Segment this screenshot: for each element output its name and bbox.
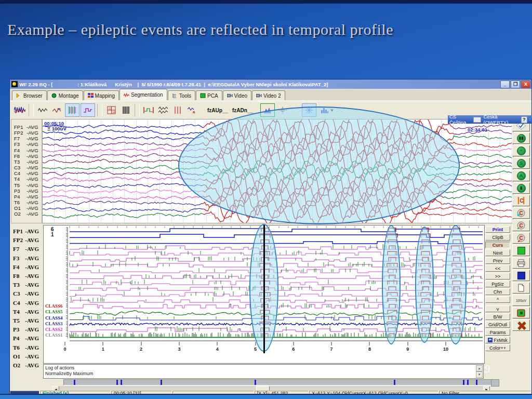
keyboard-layout-label[interactable]: Česká (QWERTY) <box>483 114 518 125</box>
window-titlebar[interactable]: WF 2.29 BQ - [ : 1:Klátiková Kristýn | 5… <box>10 79 531 89</box>
waveform-overview-button[interactable] <box>13 104 26 116</box>
profile-button--[interactable]: ^ <box>485 296 510 303</box>
blue-square-button[interactable] <box>512 270 530 281</box>
new-page-button[interactable] <box>512 282 530 294</box>
double-wave-button[interactable] <box>156 104 170 116</box>
language-help-button[interactable]: ? <box>521 116 527 123</box>
segment-select-button[interactable] <box>142 104 155 116</box>
profile-button-grid-outl[interactable]: Grid/Outl <box>485 321 510 328</box>
matrix-dark-button[interactable] <box>119 104 132 116</box>
channel-label: F4-AVG <box>13 264 39 270</box>
profile-button-color-[interactable]: Color++ <box>485 344 510 351</box>
blue-square-icon <box>517 272 525 280</box>
pause-marks-button[interactable]: ▮▮ <box>512 132 530 144</box>
event-annotation-ellipse-2 <box>382 225 401 344</box>
scale-100uv-button[interactable]: 100uV <box>512 295 530 306</box>
log-scroll-up[interactable]: ▲ <box>476 365 483 371</box>
scale-label: 100uV <box>516 299 526 302</box>
profile-button-print[interactable]: Print <box>485 226 510 233</box>
tab-segmentation[interactable]: Segmentation <box>119 89 167 100</box>
profile-button-clipb[interactable]: ClipB <box>485 234 510 241</box>
print-icon-button[interactable] <box>512 257 530 269</box>
markers-button[interactable] <box>171 104 184 116</box>
segment-s-button[interactable]: S <box>512 157 530 169</box>
restore-button[interactable]: ❒ <box>511 81 520 88</box>
event-position-tick <box>394 380 395 385</box>
profile-button-prev[interactable]: Prev <box>485 257 510 264</box>
profile-button--[interactable]: << <box>485 265 510 272</box>
clip-marks-button[interactable]: C <box>512 195 530 206</box>
profile-button-params[interactable]: Params <box>485 329 510 336</box>
language-bar[interactable]: CS Čeština Česká (QWERTY) ? ∶ <box>448 115 532 124</box>
profile-button-curs[interactable]: Curs <box>485 242 510 248</box>
log-line: NormalizeBy Maximum <box>45 371 94 377</box>
matrix-red-button[interactable]: 1314 <box>104 104 118 116</box>
svg-text:3: 3 <box>178 347 180 352</box>
class-cyan-button[interactable]: C <box>512 207 530 219</box>
language-options-icon[interactable]: ∶ <box>529 118 530 121</box>
pca-icon <box>200 93 206 98</box>
profile-button-fxmsk[interactable]: FxMsk <box>485 337 510 343</box>
svg-text:1: 1 <box>102 347 104 352</box>
tab-tools[interactable]: Tools <box>168 90 195 100</box>
split-view-button[interactable]: ▮ <box>512 182 530 194</box>
green-square-button[interactable] <box>512 245 530 256</box>
time-cursor[interactable] <box>263 225 265 353</box>
tab-video2[interactable]: Video 2 <box>252 90 285 100</box>
matrix-red-icon: 1314 <box>107 106 116 114</box>
channel-label: T5-AVG <box>13 317 39 324</box>
channel-label: P3-AVG <box>14 188 40 194</box>
toolbar-separator <box>29 104 34 116</box>
tab-mapping[interactable]: Mapping <box>84 90 119 100</box>
top-channel-labels: FP1-AVGFP2-AVGF7-AVGF3-AVGF4-AVGF8-AVGT3… <box>11 119 42 223</box>
tab-pca[interactable]: PCA <box>196 90 222 100</box>
minimize-button[interactable]: _ <box>500 81 510 88</box>
tab-montage[interactable]: Montage <box>47 90 83 100</box>
channel-label: FP2-AVG <box>14 130 40 136</box>
wave-small-button[interactable] <box>36 104 49 116</box>
keyboard-icon <box>473 117 481 123</box>
record-button[interactable] <box>512 307 530 318</box>
profile-button-chn[interactable]: Chn <box>485 288 510 295</box>
profile-button-pgsiz[interactable]: PgSiz <box>485 281 510 287</box>
svg-text:5: 5 <box>254 347 257 352</box>
channel-label: F4-AVG <box>14 148 40 153</box>
class-red-button[interactable]: C <box>512 232 530 244</box>
profile-button-b-w[interactable]: B/W <box>485 313 510 320</box>
profile-button-next[interactable]: Next <box>485 249 510 256</box>
tab-video[interactable]: Video <box>223 90 251 100</box>
svg-text:8: 8 <box>368 347 371 352</box>
close-button[interactable]: X <box>521 81 530 88</box>
log-scroll-down[interactable]: ▼ <box>476 371 483 378</box>
class-label: CLASS6 <box>45 303 68 309</box>
tab-browser[interactable]: Browser <box>12 90 47 100</box>
profile-button--[interactable]: >> <box>485 273 510 280</box>
step-view-button[interactable] <box>81 103 95 117</box>
svg-text:13: 13 <box>109 107 112 110</box>
log-line: Log of actions <box>45 365 94 371</box>
s-icon: S <box>517 159 526 168</box>
list-marks-button[interactable]: ≡ <box>512 145 530 156</box>
channel-label: P3-AVG <box>13 326 39 332</box>
profile-button-v[interactable]: v <box>485 305 510 312</box>
wave-tag-button[interactable]: a <box>185 104 199 116</box>
segment-a-button[interactable]: A <box>512 170 530 181</box>
page-icon <box>517 284 525 292</box>
event-annotation-ellipse-3 <box>415 227 434 343</box>
event-position-bar[interactable] <box>63 379 491 385</box>
c-cyan-icon: C <box>516 209 526 217</box>
language-label[interactable]: CS Čeština <box>449 114 471 125</box>
montage-icon <box>51 93 57 98</box>
window-title: WF 2.29 BQ - [ : 1:Klátiková Kristýn | 5… <box>19 82 500 87</box>
wave-avg-button[interactable]: aa <box>50 104 64 116</box>
multichannel-button[interactable] <box>65 103 79 117</box>
orange-bars-icon: C <box>516 196 526 205</box>
browser-icon <box>16 93 22 98</box>
channel-label: F8-AVG <box>14 153 40 159</box>
delete-button[interactable] <box>512 320 530 331</box>
svg-text:7: 7 <box>330 347 333 352</box>
channel-label: T5-AVG <box>14 182 40 188</box>
action-log[interactable]: Log of actions NormalizeBy Maximum ▲ ▼ <box>43 364 484 379</box>
class-green-button[interactable]: C <box>512 220 530 231</box>
event-position-tick <box>476 380 477 385</box>
